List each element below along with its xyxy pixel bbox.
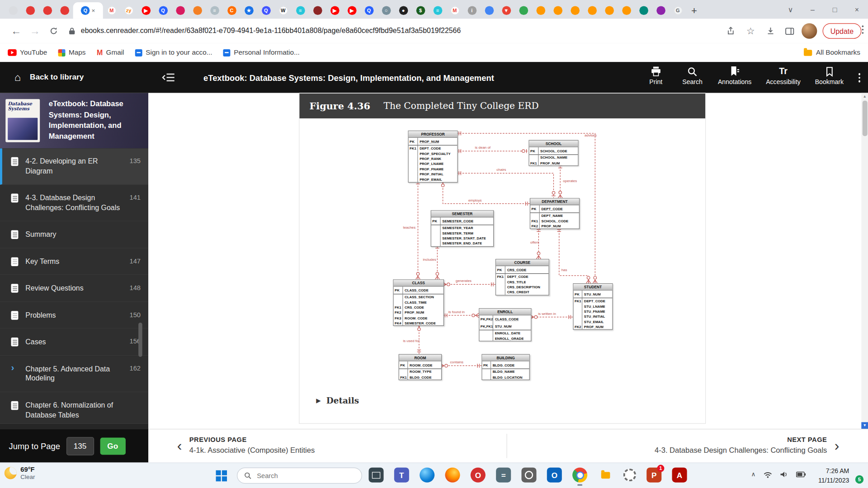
browser-tab[interactable] (5, 2, 22, 19)
browser-tab[interactable]: zy (120, 2, 137, 19)
bookmark-item[interactable]: Personal Informatio... (223, 49, 300, 56)
back-button[interactable]: ← (8, 19, 24, 43)
bookmark-item[interactable]: MGmail (97, 48, 124, 56)
browser-tab[interactable]: Q (257, 2, 274, 19)
calculator-app-icon[interactable]: = (496, 468, 511, 483)
browser-tab[interactable] (39, 2, 56, 19)
toc-item[interactable]: Cases156 (0, 329, 148, 356)
toc-item[interactable]: Summary (0, 221, 148, 248)
browser-tab[interactable]: i (463, 2, 481, 19)
scroll-up-icon[interactable]: ▲ (861, 93, 868, 100)
toolbar-print[interactable]: Print (645, 66, 667, 85)
weather-widget[interactable]: 69°F Clear (5, 466, 35, 480)
bookmark-star-icon[interactable]: ☆ (743, 19, 758, 43)
toolbar-bookmark[interactable]: Bookmark (815, 66, 844, 85)
browser-tab[interactable]: ▶ (326, 2, 343, 19)
browser-tab[interactable]: ≡ (429, 2, 446, 19)
toc-collapse-button[interactable] (162, 73, 175, 84)
tray-chevron-icon[interactable]: ∧ (751, 471, 756, 478)
window-close-button[interactable]: × (846, 5, 868, 14)
back-to-library-button[interactable]: Back to library (30, 72, 84, 81)
taskbar-search-input[interactable] (256, 471, 347, 480)
bookmark-item[interactable]: YouTube (8, 49, 47, 56)
browser-tab[interactable]: $ (412, 2, 429, 19)
taskbar-clock[interactable]: 7:26 AM 11/11/2023 (818, 466, 849, 485)
browser-tab[interactable]: Q (155, 2, 172, 19)
browser-tab[interactable]: ● (395, 2, 412, 19)
toolbar-search[interactable]: Search (681, 66, 703, 85)
previous-chevron-icon[interactable]: ‹ (177, 437, 182, 454)
camera-app-icon[interactable] (521, 468, 536, 483)
toc-item[interactable]: 4-2. Developing an ER Diagram135 (0, 148, 148, 185)
powerpoint-app-icon[interactable]: P1 (646, 468, 661, 483)
browser-tab[interactable]: C (223, 2, 240, 19)
browser-tab[interactable]: ▶ (343, 2, 360, 19)
battery-icon[interactable] (796, 471, 806, 477)
browser-tab[interactable]: ≡ (206, 2, 223, 19)
browser-tab[interactable] (584, 2, 601, 19)
volume-icon[interactable] (780, 471, 788, 478)
address-bar[interactable]: ebooks.cenreader.com/#!/reader/63a8f021-… (81, 19, 461, 43)
browser-tab[interactable] (532, 2, 549, 19)
acrobat-app-icon[interactable]: A (672, 468, 687, 483)
share-icon[interactable] (723, 19, 738, 43)
chrome-app-icon[interactable] (572, 468, 587, 483)
browser-tab[interactable] (618, 2, 635, 19)
edge-app-icon[interactable] (420, 468, 434, 483)
browser-tab[interactable] (189, 2, 206, 19)
refresh-button[interactable] (45, 19, 62, 43)
home-icon[interactable]: ⌂ (14, 71, 21, 84)
lock-icon[interactable] (66, 19, 77, 43)
browser-tab[interactable] (652, 2, 669, 19)
previous-page-button[interactable]: PREVIOUS PAGE 4-1k. Associative (Composi… (189, 436, 315, 454)
browser-tab[interactable] (172, 2, 189, 19)
download-icon[interactable] (763, 19, 778, 43)
toolbar-annotations[interactable]: Annotations (718, 66, 751, 85)
toc-item[interactable]: Review Questions148 (0, 275, 148, 302)
browser-tab[interactable]: M (103, 2, 120, 19)
reader-menu-button[interactable] (859, 73, 860, 82)
browser-tab[interactable] (515, 2, 532, 19)
browser-tab[interactable]: ▼ (498, 2, 515, 19)
reader-scrollbar-thumb[interactable] (862, 101, 867, 136)
browser-tab[interactable]: ▶ (137, 2, 155, 19)
sidebar-scrollbar[interactable] (138, 151, 142, 455)
browser-tab[interactable]: W (274, 2, 292, 19)
reader-scrollbar[interactable]: ▲ (861, 93, 868, 429)
browser-tab[interactable]: Q (360, 2, 377, 19)
all-bookmarks-button[interactable]: All Bookmarks (804, 49, 860, 56)
browser-tab[interactable]: Q× (73, 2, 103, 19)
notification-badge[interactable]: 5 (855, 475, 863, 483)
toc-item[interactable]: Key Terms147 (0, 248, 148, 275)
browser-tab[interactable] (601, 2, 618, 19)
tab-search-ic[interactable]: ∨ (779, 5, 802, 14)
browser-tab[interactable] (635, 2, 652, 19)
browser-tab[interactable]: ★ (240, 2, 257, 19)
sidebar-scrollbar-thumb[interactable] (138, 323, 142, 357)
new-tab-button[interactable]: + (686, 2, 702, 19)
browser-tab[interactable] (56, 2, 73, 19)
browser-tab[interactable]: ≡ (292, 2, 309, 19)
window-minimize-button[interactable]: – (802, 5, 824, 14)
browser-tab[interactable] (309, 2, 326, 19)
browser-tab[interactable] (481, 2, 498, 19)
toc-item[interactable]: Chapter 6. Normalization of Database Tab… (0, 392, 148, 424)
browser-tab[interactable]: M (446, 2, 463, 19)
browser-tab[interactable] (22, 2, 39, 19)
outlook-app-icon[interactable]: O (547, 468, 562, 483)
start-button[interactable] (216, 470, 227, 481)
opera-app-icon[interactable]: O (471, 468, 486, 483)
bookmark-item[interactable]: Maps (58, 49, 86, 56)
next-chevron-icon[interactable]: › (835, 437, 840, 454)
forward-button[interactable]: → (27, 19, 43, 43)
firefox-app-icon[interactable] (445, 468, 460, 483)
bookmark-item[interactable]: Sign in to your acco... (135, 49, 212, 56)
scroll-down-button[interactable]: ▼ (861, 422, 868, 429)
browser-tab[interactable]: ○ (377, 2, 395, 19)
browser-tab[interactable] (549, 2, 566, 19)
update-button[interactable]: Update (823, 23, 862, 38)
window-app-icon[interactable] (369, 468, 384, 483)
taskbar-search[interactable] (237, 468, 362, 484)
window-maximize-button[interactable]: □ (824, 5, 846, 14)
settings-app-icon[interactable] (623, 469, 636, 481)
